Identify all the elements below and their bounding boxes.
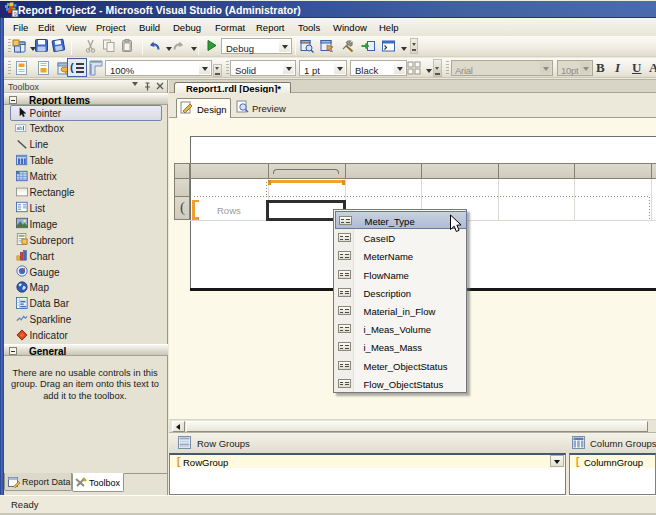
svg-text:ab: ab (16, 125, 22, 131)
